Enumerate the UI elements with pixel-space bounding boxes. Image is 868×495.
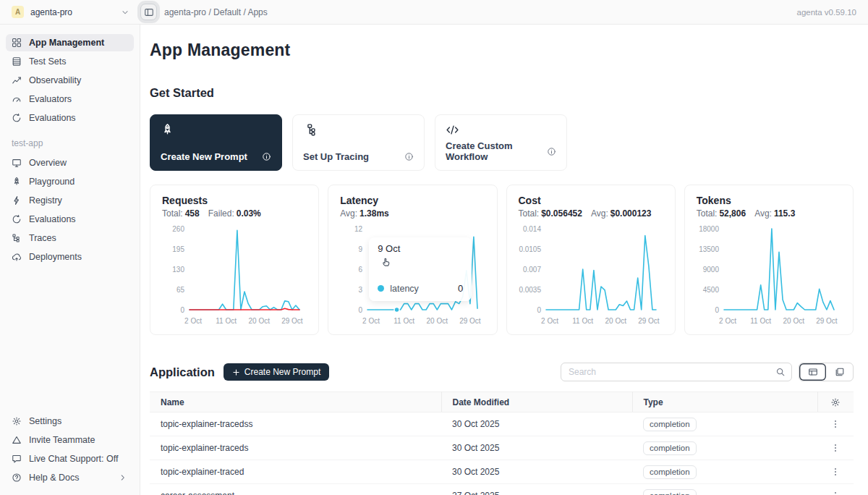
table-view-button[interactable] (799, 363, 826, 381)
cell-name: topic-explainer-traceds (150, 436, 441, 460)
cell-type: completion (632, 436, 817, 460)
create-new-prompt-button[interactable]: Create New Prompt (224, 363, 329, 381)
svg-text:2 Oct: 2 Oct (184, 317, 202, 325)
app-version: agenta v0.59.10 (797, 8, 868, 17)
sidebar-item-invite-teammate[interactable]: Invite Teammate (6, 431, 134, 449)
chart-stat: Avg:1.38ms (340, 208, 389, 219)
row-actions-button[interactable] (827, 488, 843, 495)
svg-text:13500: 13500 (699, 245, 719, 253)
svg-text:9000: 9000 (703, 266, 720, 274)
sidebar-item-evaluations[interactable]: Evaluations (6, 109, 134, 127)
sidebar-item-label: Playground (29, 177, 75, 187)
application-heading: Application (150, 365, 215, 379)
sidebar-item-test-sets[interactable]: Test Sets (6, 53, 134, 70)
sidebar-project-nav: OverviewPlaygroundRegistryEvaluationsTra… (6, 154, 134, 267)
svg-text:11 Oct: 11 Oct (216, 317, 237, 325)
search-input[interactable] (561, 367, 770, 377)
chart-stat: Total:458 (162, 208, 200, 219)
sidebar-item-deployments[interactable]: Deployments (6, 248, 134, 266)
info-icon[interactable] (547, 147, 556, 156)
card-view-button[interactable] (826, 363, 853, 381)
chart-card-requests: RequestsTotal:458Failed:0.03%26019513065… (150, 185, 319, 335)
table-row[interactable]: topic-explainer-traceds30 Oct 2025comple… (150, 436, 854, 460)
card-label: Create New Prompt (161, 151, 247, 162)
chart-plot[interactable]: 0.0140.01050.0070.003502 Oct11 Oct20 Oct… (514, 221, 662, 329)
workspace-selector[interactable]: A agenta-pro (0, 6, 140, 18)
column-header-name[interactable]: Name (150, 392, 441, 412)
cell-name: career-assessment (150, 484, 441, 495)
sidebar-item-traces[interactable]: Traces (6, 229, 134, 247)
type-badge: completion (643, 418, 697, 431)
svg-text:20 Oct: 20 Oct (783, 317, 804, 325)
get-started-card-create-custom-workflow[interactable]: Create Custom Workflow (435, 114, 567, 171)
get-started-card-create-new-prompt[interactable]: Create New Prompt (150, 114, 282, 171)
card-label: Create Custom Workflow (446, 140, 547, 162)
svg-text:20 Oct: 20 Oct (427, 317, 448, 325)
sidebar-item-registry[interactable]: Registry (6, 192, 134, 209)
row-actions-button[interactable] (827, 464, 843, 480)
search-icon[interactable] (770, 363, 791, 381)
chart-stat: Failed:0.03% (208, 208, 261, 219)
get-started-cards: Create New PromptSet Up TracingCreate Cu… (150, 114, 854, 171)
sidebar-toggle-icon (144, 7, 154, 17)
traces-icon (12, 233, 22, 243)
get-started-card-set-up-tracing[interactable]: Set Up Tracing (292, 114, 425, 171)
sidebar-item-help-docs[interactable]: Help & Docs (6, 469, 134, 486)
column-header-date-modified[interactable]: Date Modified (441, 392, 632, 412)
observability-icon (12, 75, 22, 85)
info-icon[interactable] (262, 152, 271, 161)
sidebar-item-label: Invite Teammate (29, 435, 95, 445)
table-row[interactable]: career-assessment27 Oct 2025completion (150, 484, 854, 495)
pointer-cursor-icon (380, 256, 391, 267)
sidebar-item-evaluators[interactable]: Evaluators (6, 90, 134, 108)
info-icon[interactable] (404, 152, 414, 161)
sidebar-item-overview[interactable]: Overview (6, 154, 134, 172)
chart-plot[interactable]: 2601951306502 Oct11 Oct20 Oct29 Oct (158, 221, 305, 329)
type-badge: completion (643, 441, 697, 455)
type-badge: completion (643, 489, 697, 495)
svg-text:11 Oct: 11 Oct (572, 317, 593, 325)
project-label: test-app (12, 138, 134, 148)
svg-text:11 Oct: 11 Oct (394, 317, 415, 325)
tooltip-date: 9 Oct (378, 243, 463, 254)
sidebar-item-label: Traces (29, 233, 56, 243)
chart-title: Requests (158, 195, 307, 206)
svg-text:260: 260 (172, 225, 184, 233)
sidebar-item-live-chat-support-off[interactable]: Live Chat Support: Off (6, 450, 134, 468)
sidebar-item-playground[interactable]: Playground (6, 173, 134, 190)
breadcrumb[interactable]: agenta-pro / Default / Apps (164, 7, 268, 17)
sidebar-item-evaluations[interactable]: Evaluations (6, 211, 134, 228)
svg-text:18000: 18000 (699, 225, 719, 233)
sidebar: App ManagementTest SetsObservabilityEval… (0, 25, 140, 495)
sidebar-footer-nav: SettingsInvite TeammateLive Chat Support… (6, 412, 134, 488)
evaluations-icon (12, 113, 22, 123)
svg-text:3: 3 (359, 286, 363, 294)
sidebar-toggle-button[interactable] (140, 4, 157, 20)
metric-charts: RequestsTotal:458Failed:0.03%26019513065… (150, 185, 854, 335)
row-actions-button[interactable] (827, 440, 843, 456)
chevron-right-icon[interactable] (118, 473, 128, 483)
gauge-icon (12, 94, 22, 104)
sidebar-item-label: Live Chat Support: Off (29, 454, 118, 464)
row-actions-button[interactable] (827, 416, 843, 432)
table-row[interactable]: topic-explainer-tracedss30 Oct 2025compl… (150, 412, 854, 436)
workspace-avatar: A (12, 6, 24, 18)
grid-icon (12, 38, 22, 48)
chart-title: Cost (514, 195, 663, 206)
bolt-icon (12, 195, 22, 206)
column-settings-icon[interactable] (830, 397, 841, 407)
chart-plot[interactable]: 18000135009000450002 Oct11 Oct20 Oct29 O… (692, 221, 840, 329)
cell-type: completion (632, 484, 817, 495)
sidebar-item-observability[interactable]: Observability (6, 72, 134, 89)
column-header-type[interactable]: Type (632, 392, 817, 412)
chart-stat: Avg:$0.000123 (591, 208, 652, 219)
svg-text:195: 195 (172, 245, 184, 253)
sidebar-item-app-management[interactable]: App Management (6, 34, 134, 51)
table-row[interactable]: topic-explainer-traced30 Oct 2025complet… (150, 460, 854, 484)
chart-title: Tokens (692, 195, 841, 206)
cell-type: completion (632, 412, 817, 436)
sidebar-item-label: Evaluations (29, 113, 76, 123)
sidebar-item-settings[interactable]: Settings (6, 412, 134, 430)
svg-text:2 Oct: 2 Oct (362, 317, 380, 325)
invite-icon (12, 435, 22, 445)
